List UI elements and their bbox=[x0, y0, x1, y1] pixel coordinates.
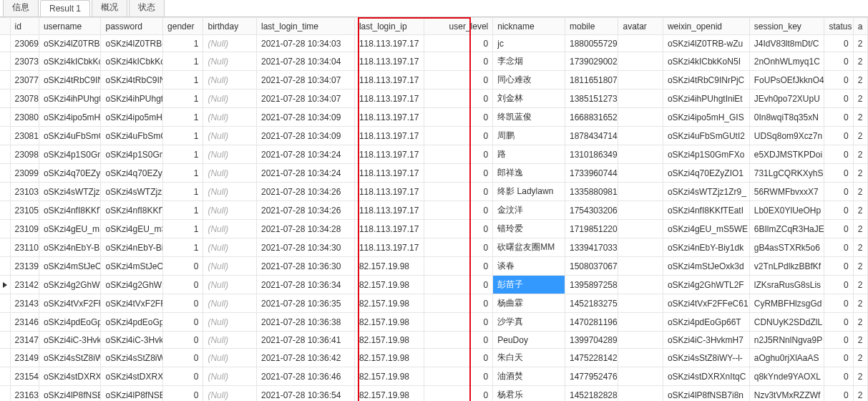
cell-user-level[interactable]: 0 bbox=[424, 127, 493, 145]
cell-nickname[interactable]: 杨曲霖 bbox=[493, 294, 565, 313]
cell-last-login-ip[interactable]: 82.157.19.98 bbox=[354, 294, 424, 313]
cell-gender[interactable]: 0 bbox=[163, 386, 203, 402]
cell-user-level[interactable]: 0 bbox=[424, 108, 493, 127]
cell-last-login-ip[interactable]: 118.113.197.17 bbox=[354, 220, 424, 238]
cell-gender[interactable]: 1 bbox=[163, 71, 203, 90]
cell-mobile[interactable]: 1733960744 bbox=[565, 164, 618, 183]
cell-gender[interactable]: 1 bbox=[163, 238, 203, 257]
cell-weixin-openid[interactable]: oSKzi4gEU_mS5WE bbox=[663, 220, 749, 238]
cell-last-login-time[interactable]: 2021-07-28 10:36:54 bbox=[256, 386, 354, 402]
cell-avatar[interactable] bbox=[618, 294, 663, 313]
table-row[interactable]: 23163oSKzi4lP8fNSBoSKzi4lP8fNSB0(Null)20… bbox=[0, 386, 868, 402]
cell-last-login-ip[interactable]: 118.113.197.17 bbox=[354, 164, 424, 183]
cell-session-key[interactable]: v2TnLPdlkzBBfKf bbox=[749, 257, 824, 276]
col-gender[interactable]: gender bbox=[163, 18, 203, 35]
cell-password[interactable]: oSKzi4ipo5mH bbox=[101, 108, 163, 127]
col-last-login-ip[interactable]: last_login_ip bbox=[354, 18, 424, 35]
cell-extra[interactable]: 2 bbox=[853, 183, 867, 201]
table-row[interactable]: 23142oSKzi4g2GhWoSKzi4g2GhW0(Null)2021-0… bbox=[0, 276, 868, 294]
cell-username[interactable]: oSKzi4gEU_mS bbox=[39, 220, 101, 238]
cell-username[interactable]: oSKzi4g2GhW bbox=[39, 276, 101, 294]
cell-id[interactable]: 23069 bbox=[10, 35, 39, 52]
cell-username[interactable]: oSKzi4stDXRXr bbox=[39, 367, 101, 386]
cell-last-login-time[interactable]: 2021-07-28 10:34:26 bbox=[256, 183, 354, 201]
tab-3[interactable]: 状态 bbox=[129, 0, 165, 16]
cell-birthday[interactable]: (Null) bbox=[203, 313, 257, 332]
cell-extra[interactable]: 2 bbox=[853, 294, 867, 313]
cell-nickname[interactable]: 砍曙盆友圈MM bbox=[493, 238, 565, 257]
cell-birthday[interactable]: (Null) bbox=[203, 108, 257, 127]
cell-nickname[interactable]: jc bbox=[493, 35, 565, 52]
tab-1[interactable]: Result 1 bbox=[40, 0, 90, 16]
cell-session-key[interactable]: 6BIlmZCqR3HaJE bbox=[749, 220, 824, 238]
cell-extra[interactable]: 2 bbox=[853, 145, 867, 164]
cell-user-level[interactable]: 0 bbox=[424, 183, 493, 201]
cell-username[interactable]: oSKzi4pdEoGp bbox=[39, 313, 101, 332]
cell-mobile[interactable]: 1470281196 bbox=[565, 313, 618, 332]
cell-gender[interactable]: 0 bbox=[163, 257, 203, 276]
cell-user-level[interactable]: 0 bbox=[424, 367, 493, 386]
cell-avatar[interactable] bbox=[618, 332, 663, 349]
cell-weixin-openid[interactable]: oSKzi4stDXRXnItqC bbox=[663, 367, 749, 386]
cell-last-login-time[interactable]: 2021-07-28 10:34:09 bbox=[256, 127, 354, 145]
cell-birthday[interactable]: (Null) bbox=[203, 386, 257, 402]
cell-extra[interactable]: 2 bbox=[853, 108, 867, 127]
cell-weixin-openid[interactable]: oSKzi4kICbkKoN5I bbox=[663, 52, 749, 71]
col-nickname[interactable]: nickname bbox=[493, 18, 565, 35]
cell-session-key[interactable]: FoUPsOEfJkknO4 bbox=[749, 71, 824, 90]
cell-id[interactable]: 23073 bbox=[10, 52, 39, 71]
cell-status[interactable]: 0 bbox=[824, 349, 853, 367]
cell-session-key[interactable]: lZKsraRusG8sLis bbox=[749, 276, 824, 294]
cell-last-login-ip[interactable]: 118.113.197.17 bbox=[354, 108, 424, 127]
cell-user-level[interactable]: 0 bbox=[424, 220, 493, 238]
table-row[interactable]: 23139oSKzi4mStJeO:oSKzi4mStJeO:0(Null)20… bbox=[0, 257, 868, 276]
cell-username[interactable]: oSKzi4sWTZjz1 bbox=[39, 183, 101, 201]
cell-last-login-time[interactable]: 2021-07-28 10:36:41 bbox=[256, 332, 354, 349]
cell-mobile[interactable]: 1452182828 bbox=[565, 386, 618, 402]
cell-extra[interactable]: 2 bbox=[853, 35, 867, 52]
cell-last-login-time[interactable]: 2021-07-28 10:34:28 bbox=[256, 220, 354, 238]
cell-password[interactable]: oSKzi4tRbC9IN bbox=[101, 71, 163, 90]
cell-id[interactable]: 23149 bbox=[10, 349, 39, 367]
header-row[interactable]: id username password gender birthday las… bbox=[0, 18, 868, 35]
cell-last-login-ip[interactable]: 118.113.197.17 bbox=[354, 201, 424, 220]
cell-extra[interactable]: 2 bbox=[853, 367, 867, 386]
table-row[interactable]: 23147oSKzi4iC-3HvkoSKzi4iC-3Hvk0(Null)20… bbox=[0, 332, 868, 349]
table-row[interactable]: 23077oSKzi4tRbC9INoSKzi4tRbC9IN1(Null)20… bbox=[0, 71, 868, 90]
col-status[interactable]: status bbox=[824, 18, 853, 35]
cell-avatar[interactable] bbox=[618, 257, 663, 276]
cell-birthday[interactable]: (Null) bbox=[203, 367, 257, 386]
cell-last-login-ip[interactable]: 82.157.19.98 bbox=[354, 367, 424, 386]
cell-password[interactable]: oSKzi4ihPUhgt bbox=[101, 90, 163, 108]
col-avatar[interactable]: avatar bbox=[618, 18, 663, 35]
cell-status[interactable]: 0 bbox=[824, 71, 853, 90]
cell-birthday[interactable]: (Null) bbox=[203, 238, 257, 257]
cell-extra[interactable]: 2 bbox=[853, 90, 867, 108]
cell-gender[interactable]: 1 bbox=[163, 127, 203, 145]
cell-password[interactable]: oSKzi4pdEoGp bbox=[101, 313, 163, 332]
cell-status[interactable]: 0 bbox=[824, 127, 853, 145]
cell-user-level[interactable]: 0 bbox=[424, 294, 493, 313]
cell-gender[interactable]: 0 bbox=[163, 294, 203, 313]
cell-weixin-openid[interactable]: oSKzi4sWTZjz1Zr9_ bbox=[663, 183, 749, 201]
cell-last-login-time[interactable]: 2021-07-28 10:36:42 bbox=[256, 349, 354, 367]
cell-password[interactable]: oSKzi4lP8fNSB bbox=[101, 386, 163, 402]
cell-nickname[interactable]: 杨君乐 bbox=[493, 386, 565, 402]
cell-password[interactable]: oSKzi4uFbSmG bbox=[101, 127, 163, 145]
cell-extra[interactable]: 2 bbox=[853, 52, 867, 71]
cell-session-key[interactable]: Nzv3tVMxRZZWf bbox=[749, 386, 824, 402]
cell-weixin-openid[interactable]: oSKzi4tRbC9INrPjC bbox=[663, 71, 749, 90]
cell-weixin-openid[interactable]: oSKzi4mStJeOxk3d bbox=[663, 257, 749, 276]
cell-nickname[interactable]: 郎祥逸 bbox=[493, 164, 565, 183]
cell-gender[interactable]: 1 bbox=[163, 201, 203, 220]
cell-mobile[interactable]: 1477952476 bbox=[565, 367, 618, 386]
cell-avatar[interactable] bbox=[618, 127, 663, 145]
cell-username[interactable]: oSKzi4nfI8KKfT bbox=[39, 201, 101, 220]
cell-gender[interactable]: 1 bbox=[163, 220, 203, 238]
cell-birthday[interactable]: (Null) bbox=[203, 52, 257, 71]
cell-last-login-time[interactable]: 2021-07-28 10:36:34 bbox=[256, 276, 354, 294]
tab-0[interactable]: 信息 bbox=[3, 0, 39, 16]
cell-weixin-openid[interactable]: oSKzi4p1S0GmFXo bbox=[663, 145, 749, 164]
cell-weixin-openid[interactable]: oSKzi4pdEoGp66T bbox=[663, 313, 749, 332]
cell-weixin-openid[interactable]: oSKzi4nEbY-Biy1dk bbox=[663, 238, 749, 257]
